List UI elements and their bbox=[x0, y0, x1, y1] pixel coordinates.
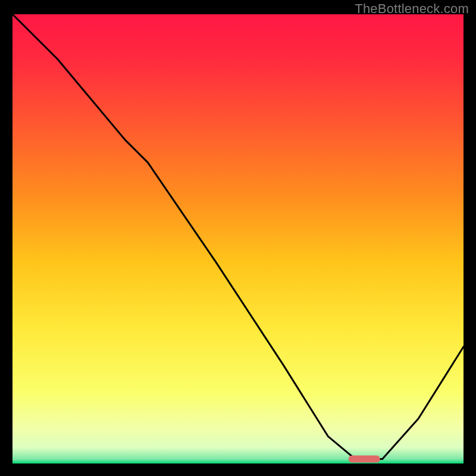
optimal-marker bbox=[349, 456, 380, 463]
gradient-background bbox=[12, 14, 464, 464]
chart-svg bbox=[12, 14, 464, 464]
watermark-text: TheBottleneck.com bbox=[355, 1, 469, 17]
plot-area bbox=[12, 14, 464, 464]
chart-frame: TheBottleneck.com bbox=[0, 0, 476, 476]
